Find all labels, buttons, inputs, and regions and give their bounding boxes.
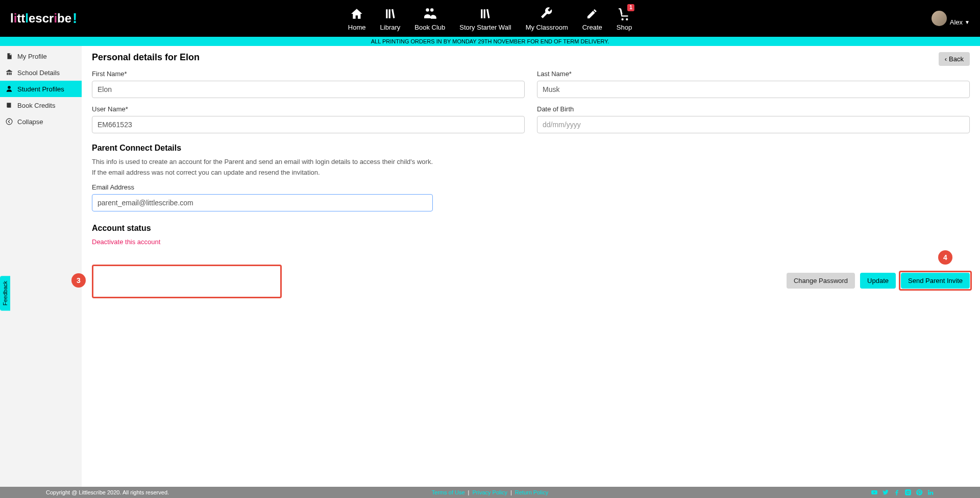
main-nav: Home Library Book Club Story Starter Wal… [348, 6, 632, 31]
linkedin-icon[interactable] [927, 489, 934, 496]
update-button[interactable]: Update [860, 273, 896, 289]
last-name-input[interactable] [537, 81, 970, 98]
app-header: littlescribe! Home Library Book Club Sto… [0, 0, 980, 37]
user-name-label: User Name* [92, 105, 525, 113]
instagram-icon[interactable] [904, 489, 912, 496]
cart-icon: 1 [617, 6, 631, 21]
nav-home[interactable]: Home [348, 6, 366, 31]
library-icon [383, 6, 397, 21]
social-icons [871, 489, 934, 496]
nav-library[interactable]: Library [380, 6, 401, 31]
user-icon [5, 85, 13, 93]
youtube-icon[interactable] [871, 489, 878, 496]
logo[interactable]: littlescribe! [10, 10, 77, 27]
back-label: Back [949, 55, 964, 63]
callout-highlight-3 [92, 265, 282, 298]
home-icon [350, 6, 364, 21]
footer-links: Terms of Use | Privacy Policy | Return P… [432, 489, 548, 495]
announcement-banner: ALL PRINTING ORDERS IN BY MONDAY 29TH NO… [0, 37, 980, 46]
nav-story-starter[interactable]: Story Starter Wall [459, 6, 511, 31]
sidebar: My Profile School Details Student Profil… [0, 46, 82, 487]
first-name-input[interactable] [92, 81, 525, 98]
footer-link-return[interactable]: Return Policy [515, 489, 548, 495]
email-input[interactable] [92, 194, 433, 211]
nav-my-classroom[interactable]: My Classroom [526, 6, 568, 31]
sidebar-item-school[interactable]: School Details [0, 64, 82, 81]
back-button[interactable]: ‹ Back [939, 52, 970, 66]
sidebar-item-collapse[interactable]: Collapse [0, 113, 82, 130]
dob-label: Date of Birth [537, 105, 970, 113]
document-icon [5, 52, 13, 60]
sidebar-item-label: Book Credits [17, 102, 55, 109]
parent-help-1: This info is used to create an account f… [92, 158, 970, 165]
nav-label: Library [380, 23, 401, 31]
footer: Copyright @ Littlescribe 2020. All right… [0, 487, 980, 498]
story-wall-icon [478, 6, 493, 21]
sidebar-item-credits[interactable]: Book Credits [0, 97, 82, 113]
nav-label: Home [348, 23, 366, 31]
sidebar-item-students[interactable]: Student Profiles [0, 81, 82, 97]
book-icon [5, 101, 13, 109]
svg-point-0 [6, 118, 12, 125]
school-icon [5, 68, 13, 77]
main-content: Personal details for Elon ‹ Back First N… [82, 46, 980, 487]
book-club-icon [422, 6, 437, 21]
avatar [932, 11, 947, 26]
nav-label: Book Club [414, 23, 445, 31]
footer-link-terms[interactable]: Terms of Use [432, 489, 465, 495]
user-menu[interactable]: Alex ▼ [932, 11, 970, 26]
page-title: Personal details for Elon [92, 52, 970, 63]
chevron-left-icon: ‹ [945, 55, 947, 63]
send-parent-invite-button[interactable]: Send Parent Invite [901, 273, 970, 289]
action-buttons: Change Password Update Send Parent Invit… [787, 273, 970, 289]
user-name-input[interactable] [92, 116, 525, 133]
collapse-icon [5, 117, 13, 126]
dob-input[interactable] [537, 116, 970, 133]
nav-shop[interactable]: 1 Shop [617, 6, 632, 31]
footer-copyright: Copyright @ Littlescribe 2020. All right… [46, 489, 169, 495]
pinterest-icon[interactable] [916, 489, 923, 496]
nav-label: My Classroom [526, 23, 568, 31]
sidebar-item-label: Collapse [17, 118, 43, 126]
nav-label: Story Starter Wall [459, 23, 511, 31]
nav-create[interactable]: Create [582, 6, 602, 31]
first-name-label: First Name* [92, 70, 525, 78]
chevron-down-icon: ▼ [965, 19, 970, 25]
deactivate-link[interactable]: Deactivate this account [92, 238, 970, 246]
account-status-title: Account status [92, 224, 970, 233]
feedback-tab[interactable]: Feedback [0, 276, 10, 311]
last-name-label: Last Name* [537, 70, 970, 78]
cart-badge: 1 [627, 4, 634, 11]
sidebar-item-label: My Profile [17, 53, 47, 60]
pencil-icon [586, 6, 598, 21]
change-password-button[interactable]: Change Password [787, 273, 855, 289]
email-label: Email Address [92, 183, 433, 191]
footer-link-privacy[interactable]: Privacy Policy [472, 489, 507, 495]
sidebar-item-label: School Details [17, 69, 60, 77]
parent-section-title: Parent Connect Details [92, 144, 970, 153]
callout-badge-4: 4 [938, 250, 952, 265]
facebook-icon[interactable] [893, 489, 900, 496]
twitter-icon[interactable] [882, 489, 889, 496]
sidebar-item-label: Student Profiles [17, 85, 64, 93]
nav-label: Shop [617, 23, 632, 31]
wrench-icon [540, 6, 553, 21]
user-name: Alex [950, 18, 963, 26]
nav-label: Create [582, 23, 602, 31]
parent-help-2: If the email address was not correct you… [92, 169, 970, 176]
sidebar-item-profile[interactable]: My Profile [0, 48, 82, 64]
nav-book-club[interactable]: Book Club [414, 6, 445, 31]
